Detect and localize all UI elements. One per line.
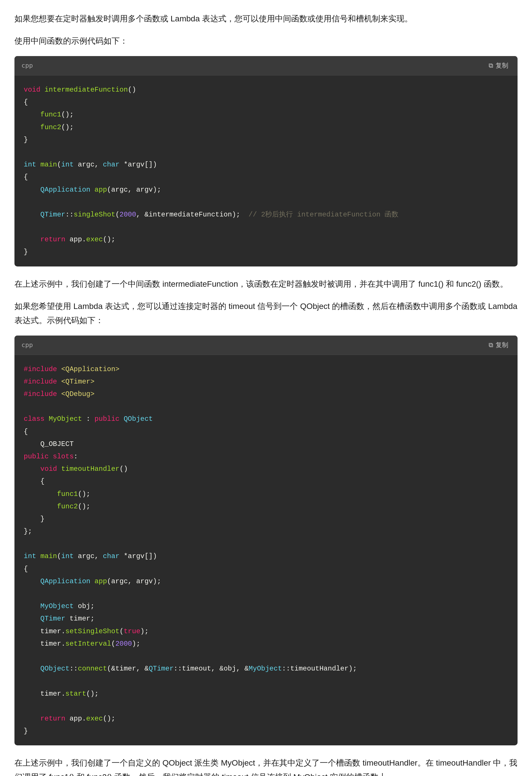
- copy-icon-1: ⧉: [489, 62, 493, 69]
- between-paragraph: 在上述示例中，我们创建了一个中间函数 intermediateFunction，…: [14, 277, 518, 291]
- lambda-intro-paragraph: 如果您希望使用 Lambda 表达式，您可以通过连接定时器的 timeout 信…: [14, 299, 518, 328]
- code-block-1: cpp ⧉ 复制 void intermediateFunction() { f…: [14, 56, 518, 266]
- lang-label-2: cpp: [21, 340, 33, 350]
- code-header-1: cpp ⧉ 复制: [14, 56, 518, 75]
- copy-label-1: 复制: [496, 61, 508, 70]
- copy-button-2[interactable]: ⧉ 复制: [486, 340, 511, 351]
- copy-label-2: 复制: [496, 341, 508, 349]
- lang-label-1: cpp: [21, 60, 33, 71]
- code-content-1: void intermediateFunction() { func1(); f…: [14, 75, 518, 266]
- code-content-2: #include <QApplication> #include <QTimer…: [14, 355, 518, 746]
- code-block-2: cpp ⧉ 复制 #include <QApplication> #includ…: [14, 336, 518, 746]
- copy-icon-2: ⧉: [489, 341, 493, 349]
- intro-paragraph: 如果您想要在定时器触发时调用多个函数或 Lambda 表达式，您可以使用中间函数…: [14, 12, 518, 26]
- outro-paragraph: 在上述示例中，我们创建了一个自定义的 QObject 派生类 MyObject，…: [14, 756, 518, 776]
- copy-button-1[interactable]: ⧉ 复制: [486, 60, 511, 71]
- code-header-2: cpp ⧉ 复制: [14, 336, 518, 355]
- intro2-paragraph: 使用中间函数的示例代码如下：: [14, 34, 518, 48]
